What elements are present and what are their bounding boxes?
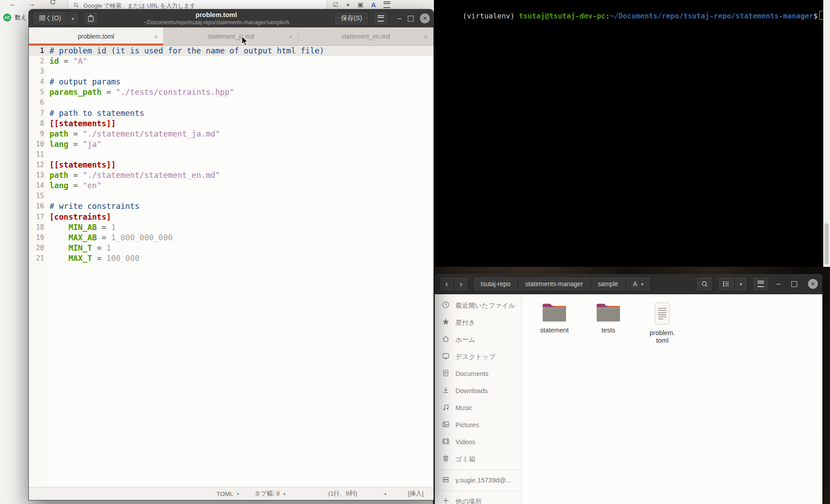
sidebar-item-trash[interactable]: ゴミ箱 — [435, 451, 521, 468]
sidebar-item-picture[interactable]: Pictures — [435, 416, 521, 433]
code-line: 15 — [29, 191, 433, 201]
breadcrumb-A[interactable]: A▾ — [626, 276, 651, 292]
goto-line-chevron-icon[interactable]: ▾ — [384, 491, 386, 496]
sidebar-item-music[interactable]: Music — [435, 399, 521, 416]
tab-statement_ja.md[interactable]: statement_ja.md× — [164, 27, 299, 45]
translate-a-icon[interactable]: A — [371, 1, 376, 9]
browser-menu-icon[interactable] — [384, 1, 390, 8]
sidebar-item-desktop[interactable]: デスクトップ — [435, 348, 521, 365]
line-number: 3 — [29, 66, 48, 77]
gedit-menu-button[interactable] — [373, 11, 388, 26]
sidebar-item-star[interactable]: 星付き — [435, 314, 521, 331]
breadcrumb-tsutaj-repo[interactable]: tsutaj-repo — [473, 276, 518, 292]
search-input[interactable] — [82, 2, 321, 9]
sidebar-item-document[interactable]: Documents — [435, 365, 521, 382]
checkbox-icon[interactable]: ☑ — [333, 1, 339, 8]
file-item-tests[interactable]: tests — [588, 302, 629, 334]
nav-buttons: ‹ › — [439, 276, 469, 292]
minimize-button[interactable]: – — [397, 14, 402, 22]
text-editor-area[interactable]: 1# problem id (it is used for the name o… — [29, 46, 433, 487]
account-circle-icon[interactable]: ● — [346, 1, 350, 8]
tab-close-icon[interactable]: × — [424, 33, 428, 40]
browser-back-icon[interactable]: ← — [9, 0, 17, 9]
terminal-window[interactable]: (virtualenv) tsutaj@tsutaj-dev-pc:~/Docu… — [434, 0, 830, 267]
sidebar-item-label: 他の場所 — [455, 497, 482, 504]
search-icon — [73, 2, 79, 8]
music-icon — [442, 403, 450, 412]
code-line: 14lang = "en" — [29, 181, 433, 191]
breadcrumb-statements-manager[interactable]: statements-manager — [518, 276, 590, 292]
network-icon — [442, 476, 450, 485]
sidebar-item-label: 最近開いたファイル — [455, 301, 515, 310]
line-text: # problem id (it is used for the name of… — [48, 46, 324, 56]
file-manager-content[interactable]: statementtestsproblem.toml — [522, 294, 822, 504]
close-button[interactable]: ✕ — [808, 279, 818, 289]
sidebar-item-clock[interactable]: 最近開いたファイル — [435, 297, 521, 314]
sidebar-separator — [435, 491, 521, 491]
line-number: 5 — [29, 87, 48, 97]
line-number: 7 — [29, 108, 48, 119]
line-number: 1 — [29, 46, 48, 56]
tab-close-icon[interactable]: × — [289, 33, 293, 40]
line-text: MAX_AB = 1_000_000_000 — [48, 233, 173, 243]
sidebar-item-network[interactable]: y.sugie.15739d@... — [435, 472, 521, 489]
sidebar-item-video[interactable]: Videos — [435, 433, 521, 451]
sidebar-item-plus[interactable]: 他の場所 — [435, 493, 521, 504]
code-line: 2id = "A" — [29, 56, 433, 66]
sidebar-item-label: Pictures — [455, 421, 479, 429]
line-number: 21 — [29, 253, 48, 264]
code-line: 11 — [29, 150, 433, 160]
open-button[interactable]: 開く(O) — [32, 11, 68, 26]
tab-statement_en.md[interactable]: statement_en.md× — [299, 27, 433, 45]
prompt-colon: : — [606, 12, 610, 20]
gedit-headerbar: 開く(O) ▾ problem.toml ~/Documents/repo/ts… — [29, 9, 433, 27]
code-line: 7# path to statements — [29, 108, 433, 119]
status-bar: TOML▾ タブ幅: 8▾ (1行、9列) ▾ [挿入] — [29, 487, 433, 500]
clock-icon — [442, 301, 450, 310]
browser-bookmark[interactable]: AC 数え — [3, 13, 27, 22]
back-button[interactable]: ‹ — [439, 276, 454, 292]
line-text — [48, 97, 49, 108]
sidebar-item-home[interactable]: ホーム — [435, 331, 521, 348]
fm-menu-button[interactable] — [752, 276, 769, 292]
breadcrumb-sample[interactable]: sample — [591, 276, 626, 292]
sidebar-item-label: y.sugie.15739d@... — [455, 477, 511, 484]
tab-width-selector[interactable]: タブ幅: 8▾ — [254, 490, 286, 498]
close-button[interactable]: ✕ — [420, 13, 430, 23]
frame-icon[interactable]: ▣ — [357, 1, 363, 8]
video-icon — [442, 438, 450, 447]
file-item-problem.[interactable]: problem.toml — [642, 302, 683, 345]
sidebar-separator — [435, 469, 521, 470]
maximize-button[interactable] — [791, 281, 797, 287]
browser-reload-icon[interactable] — [49, 0, 56, 8]
new-document-button[interactable] — [83, 11, 98, 26]
save-button[interactable]: 保存(S) — [334, 11, 369, 26]
browser-forward-icon[interactable]: → — [28, 0, 36, 9]
file-item-statement[interactable]: statement — [534, 302, 575, 334]
new-document-icon — [87, 14, 95, 22]
maximize-button[interactable] — [408, 16, 414, 22]
terminal-scrollbar-thumb[interactable] — [825, 223, 829, 265]
tab-problem.toml[interactable]: problem.toml× — [29, 27, 164, 45]
browser-toolbar: ← → ☑ ● ▣ A — [0, 0, 434, 10]
cursor-position[interactable]: (1行、9列) — [328, 490, 357, 498]
code-line: 4# output params — [29, 77, 433, 87]
code-line: 9path = "./statement/statement_ja.md" — [29, 129, 433, 139]
file-name: problem.toml — [650, 329, 675, 345]
search-button[interactable] — [696, 276, 713, 292]
open-options-button[interactable]: ▾ — [68, 11, 79, 26]
minimize-button[interactable]: – — [776, 280, 781, 288]
view-options-button[interactable]: ▾ — [735, 276, 748, 292]
tab-close-icon[interactable]: × — [154, 33, 158, 40]
terminal-prompt: (virtualenv) tsutaj@tsutaj-dev-pc:~/Docu… — [434, 0, 830, 31]
list-view-button[interactable] — [718, 276, 735, 292]
line-number: 15 — [29, 191, 48, 201]
code-line: 19 MAX_AB = 1_000_000_000 — [29, 233, 433, 243]
sidebar-item-download[interactable]: Downloads — [435, 382, 521, 399]
forward-button[interactable]: › — [454, 276, 469, 292]
sidebar-item-label: Documents — [455, 370, 488, 377]
line-number: 8 — [29, 119, 48, 129]
terminal-scrollbar[interactable] — [823, 0, 830, 267]
folder-icon — [596, 302, 620, 324]
language-selector[interactable]: TOML▾ — [216, 491, 239, 497]
